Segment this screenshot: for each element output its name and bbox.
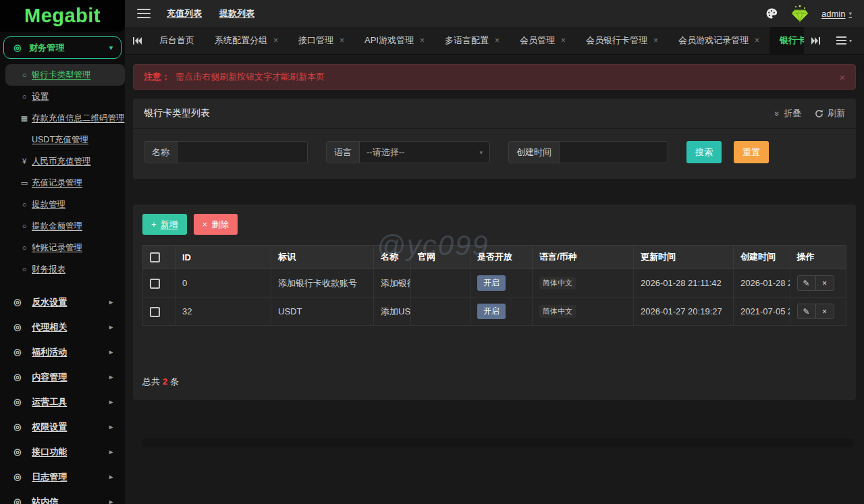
bullet-icon: ▭ <box>19 179 30 188</box>
add-button[interactable]: + 新增 <box>142 214 187 235</box>
tab-label: 多语言配置 <box>445 34 489 47</box>
sidebar-subitem-label: 转账记录管理 <box>32 242 82 254</box>
table-card: + 新增 × 删除 ID标识名称官网是否开放语言/币种更新时间创建时间操作 <box>133 204 856 400</box>
tab[interactable]: 多语言配置 × <box>435 27 510 54</box>
bank-card-type-panel: 银行卡类型列表 » 折叠 刷新 名称 <box>133 99 856 179</box>
edit-icon[interactable]: ✎ <box>797 275 816 291</box>
reset-button[interactable]: 重置 <box>734 141 769 163</box>
tab-label: 会员银行卡管理 <box>586 34 647 47</box>
close-icon: × <box>202 219 208 229</box>
sidebar-subitem[interactable]: ▭ 充值记录管理 <box>0 172 125 194</box>
cell-created: 2026-01-28 21:11:10 <box>734 269 790 298</box>
created-time-input[interactable] <box>560 142 668 163</box>
table-header-cell: 是否开放 <box>470 246 533 269</box>
total-prefix: 总共 <box>142 376 160 387</box>
cell-updated: 2026-01-27 20:19:27 <box>634 298 734 326</box>
name-filter-label: 名称 <box>144 142 178 163</box>
palette-icon[interactable] <box>765 7 778 20</box>
language-select[interactable]: --请选择-- ▾ <box>360 142 489 163</box>
tab[interactable]: 会员管理 × <box>510 27 576 54</box>
banner-close-icon[interactable]: × <box>839 72 845 83</box>
tab-close-icon[interactable]: × <box>561 36 566 45</box>
tab-label: 会员游戏记录管理 <box>678 34 749 47</box>
sidebar-subitem[interactable]: ¥ 人民币充值管理 <box>0 150 125 172</box>
chevron-right-icon: ▸ <box>109 398 113 405</box>
tab-label: 接口管理 <box>298 34 333 47</box>
delete-button[interactable]: × 删除 <box>194 214 238 235</box>
row-select-cell <box>143 298 176 326</box>
select-all-header-cell <box>143 246 176 269</box>
sidebar-group[interactable]: ◎ 权限设置 ▸ <box>0 414 125 439</box>
double-circle-icon: ◎ <box>14 43 21 53</box>
sidebar-group[interactable]: ◎ 站内信 ▸ <box>0 489 125 504</box>
tab-close-icon[interactable]: × <box>495 36 500 45</box>
bullet-icon: ○ <box>19 265 30 273</box>
row-checkbox[interactable] <box>150 279 160 289</box>
tab[interactable]: 会员游戏记录管理 × <box>668 27 770 54</box>
tabs-scroll-left-button[interactable] <box>125 27 149 54</box>
sidebar-subitem[interactable]: ○ 转账记录管理 <box>0 237 125 258</box>
notice-message: 需点击右侧刷新按钮文字才能刷新本页 <box>176 71 325 83</box>
tab-close-icon[interactable]: × <box>420 36 425 45</box>
hamburger-icon[interactable] <box>137 9 151 18</box>
admin-username: admin <box>821 9 845 19</box>
tab[interactable]: 会员银行卡管理 × <box>576 27 668 54</box>
chevron-right-icon: ▸ <box>109 423 113 430</box>
horizontal-scrollbar[interactable] <box>142 439 855 447</box>
sidebar-subitem-label: USDT充值管理 <box>32 134 88 146</box>
tab[interactable]: 系统配置分组 × <box>205 27 288 54</box>
search-button[interactable]: 搜索 <box>686 141 722 163</box>
table-header-cell: 标识 <box>271 246 374 269</box>
sidebar-subitem[interactable]: ○ 提款管理 <box>0 194 125 215</box>
open-status-badge[interactable]: 开启 <box>477 275 506 291</box>
sidebar-group[interactable]: ◎ 福利活动 ▸ <box>0 339 125 364</box>
sidebar-subitem[interactable]: ○ 银行卡类型管理 <box>5 64 125 86</box>
chevron-right-icon: ▸ <box>109 473 113 480</box>
sidebar-subitem[interactable]: ○ 提款金额管理 <box>0 215 125 237</box>
tab-label: API游戏管理 <box>364 34 414 47</box>
edit-icon[interactable]: ✎ <box>797 304 816 319</box>
sidebar-group[interactable]: ◎ 代理相关 ▸ <box>0 314 125 339</box>
bullet-icon: ○ <box>19 222 30 230</box>
table-header-cell: 语言/币种 <box>533 246 634 269</box>
sidebar-subitem[interactable]: ▦ 存款充值信息二维码管理 <box>0 107 125 129</box>
admin-menu[interactable]: admin ▾ <box>821 9 852 19</box>
refresh-button[interactable]: 刷新 <box>815 107 845 119</box>
sidebar-group[interactable]: ◎ 内容管理 ▸ <box>0 364 125 389</box>
tabs-scroll-right-button[interactable] <box>804 37 828 45</box>
sidebar-group-finance[interactable]: ◎ 财务管理 ▾ <box>3 36 122 59</box>
sidebar-group[interactable]: ◎ 接口功能 ▸ <box>0 439 125 464</box>
tab-close-icon[interactable]: × <box>755 36 759 45</box>
tab[interactable]: 接口管理 × <box>288 27 354 54</box>
row-actions: ✎ × <box>797 275 840 291</box>
avatar-gem-icon[interactable] <box>789 4 811 23</box>
tab-close-icon[interactable]: × <box>653 36 658 45</box>
sidebar-subitem[interactable]: ○ 设置 <box>0 86 125 107</box>
tab-options-menu[interactable]: ▾ <box>831 36 857 45</box>
collapse-button[interactable]: » 折叠 <box>775 107 801 119</box>
sidebar-subitem-label: 充值记录管理 <box>32 177 82 189</box>
row-checkbox[interactable] <box>150 307 160 317</box>
sidebar-group[interactable]: ◎ 运营工具 ▸ <box>0 389 125 414</box>
delete-row-icon[interactable]: × <box>815 275 834 291</box>
topbar-link-withdraw-list[interactable]: 提款列表 <box>219 7 254 20</box>
notice-label: 注意： <box>144 71 170 83</box>
page: Megabit ◎ 财务管理 ▾ ○ 银行卡类型管理 ○ 设置 ▦ <box>0 0 864 504</box>
tab[interactable]: API游戏管理 × <box>354 27 435 54</box>
name-filter-input[interactable] <box>178 142 307 163</box>
brand-logo[interactable]: Megabit <box>0 0 125 32</box>
open-status-badge[interactable]: 开启 <box>477 304 506 319</box>
tab[interactable]: 后台首页 × <box>149 27 205 54</box>
topbar-link-deposit-list[interactable]: 充值列表 <box>167 7 202 20</box>
tab-close-icon[interactable]: × <box>273 36 278 45</box>
sidebar-subitem[interactable]: USDT充值管理 <box>0 129 125 150</box>
table-header-row: ID标识名称官网是否开放语言/币种更新时间创建时间操作 <box>143 246 846 269</box>
tab-close-icon[interactable]: × <box>340 36 344 45</box>
delete-row-icon[interactable]: × <box>815 304 834 319</box>
tab[interactable]: 银行卡类型管理 × <box>770 27 804 54</box>
sidebar-subitem[interactable]: ○ 财务报表 <box>0 258 125 280</box>
select-all-checkbox[interactable] <box>150 252 160 262</box>
sidebar-group[interactable]: ◎ 反水设置 ▸ <box>0 289 125 314</box>
sidebar-group[interactable]: ◎ 日志管理 ▸ <box>0 464 125 489</box>
language-chip: 简体中文 <box>539 305 576 318</box>
